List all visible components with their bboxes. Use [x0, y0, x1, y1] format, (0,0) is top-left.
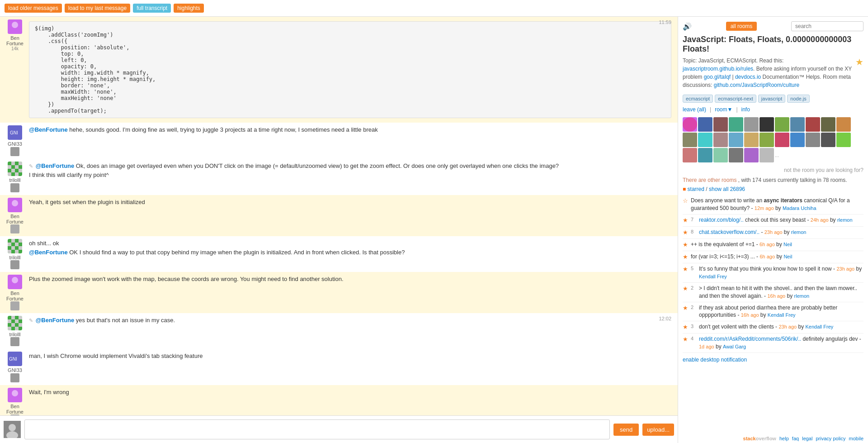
privacy-link[interactable]: privacy policy [816, 436, 846, 441]
edit-icon[interactable]: ✎ [29, 318, 33, 323]
load-older-button[interactable]: load older messages [5, 4, 62, 13]
user-thumb[interactable] [821, 117, 835, 132]
avatar-col: GNI GNI33 [4, 351, 26, 383]
svg-rect-134 [775, 117, 789, 132]
starred-separator: / [706, 186, 709, 192]
speaker-icon[interactable]: 🔊 [683, 22, 692, 31]
tag-javascript[interactable]: javascript [758, 95, 785, 103]
user-thumb[interactable] [775, 117, 789, 132]
leave-link[interactable]: leave (all) [683, 106, 706, 113]
star-icon: ★ [683, 216, 688, 224]
culture-link[interactable]: github.com/JavaScriptRoom/culture [714, 82, 799, 88]
svg-rect-4 [10, 147, 19, 156]
user-thumb[interactable] [790, 133, 805, 147]
user-thumb[interactable] [744, 133, 759, 147]
legal-link[interactable]: legal [802, 436, 812, 441]
starred-link-text[interactable]: chat.stackoverflow.com/.. [699, 229, 760, 235]
starred-message-text: ++ is the equivalent of +=1 - 6h ago by … [691, 241, 863, 248]
info-link[interactable]: info [741, 106, 750, 113]
message-input[interactable] [24, 419, 610, 439]
username-label: Ben Fortune [4, 291, 26, 301]
user-thumb[interactable] [836, 117, 851, 132]
favorite-star-icon[interactable]: ★ [855, 57, 863, 67]
svg-rect-67 [10, 414, 19, 415]
mobile-link[interactable]: mobile [849, 436, 863, 441]
more-users-label: ... [775, 152, 779, 158]
svg-rect-24 [10, 224, 19, 233]
send-button[interactable]: send [613, 424, 639, 436]
starred-link[interactable]: starred [688, 186, 704, 192]
starred-by-link[interactable]: Neil [783, 242, 792, 247]
tag-ecmascript[interactable]: ecmascript [683, 95, 713, 103]
edit-icon[interactable]: ✎ [29, 163, 33, 169]
message-content: Yeah, it gets set when the plugin is ini… [26, 197, 674, 234]
svg-rect-9 [8, 165, 11, 169]
user-thumb[interactable] [729, 117, 743, 132]
user-thumb[interactable] [744, 117, 759, 132]
room-link[interactable]: room▼ [715, 106, 732, 113]
avatar [8, 388, 22, 402]
user-thumb[interactable] [713, 148, 728, 162]
starred-by-link[interactable]: Awal Garg [723, 344, 746, 349]
starred-item: ★ 5 It's so funny that you think you kno… [683, 263, 863, 283]
faq-link[interactable]: faq [792, 436, 799, 441]
user-thumb[interactable] [729, 133, 743, 147]
tag-ecmascript-next[interactable]: ecmascript-next [715, 95, 756, 103]
user-thumb[interactable] [729, 148, 743, 162]
svg-rect-25 [8, 239, 11, 243]
avatar [8, 19, 22, 34]
user-thumb[interactable] [698, 148, 712, 162]
starred-by-link[interactable]: Kendall Frey [768, 312, 796, 318]
user-thumb[interactable] [821, 133, 835, 147]
svg-point-43 [12, 277, 18, 283]
user-thumb[interactable] [683, 133, 697, 147]
starred-by-link[interactable]: rlemon [791, 229, 807, 235]
message-content: 12:02 ✎ @BenFortune yes but that's not a… [26, 315, 674, 347]
message-text: Plus the zoomed image won't work with th… [29, 276, 344, 282]
svg-rect-54 [11, 323, 15, 327]
svg-rect-133 [760, 117, 774, 132]
user-thumb[interactable] [713, 117, 728, 132]
user-thumb[interactable] [683, 117, 697, 132]
starred-by-link[interactable]: rlemon [837, 217, 853, 223]
starred-by-link[interactable]: rlemon [794, 293, 810, 299]
starred-by-link[interactable]: Kendall Frey [699, 274, 727, 279]
user-thumb[interactable] [698, 133, 712, 147]
avatar-col: Ben Fortune [4, 274, 26, 311]
user-thumb[interactable] [775, 133, 789, 147]
highlights-button[interactable]: highlights [174, 4, 204, 13]
load-last-button[interactable]: load to my last message [65, 4, 130, 13]
star-count: 2 [691, 304, 696, 311]
starred-by-link[interactable]: Neil [783, 254, 792, 259]
tag-nodejs[interactable]: node.js [787, 95, 809, 103]
starred-by-link[interactable]: Kendall Frey [806, 324, 834, 329]
user-thumb[interactable] [760, 148, 774, 162]
all-rooms-button[interactable]: all rooms [726, 22, 757, 31]
starred-by-link[interactable]: Madara Uchiha [783, 205, 816, 211]
user-thumb[interactable] [683, 148, 697, 162]
user-thumb[interactable] [836, 133, 851, 147]
user-thumb[interactable] [698, 117, 712, 132]
help-link[interactable]: help [779, 436, 789, 441]
show-all-link[interactable]: show all 26896 [709, 186, 745, 192]
full-transcript-button[interactable]: full transcript [133, 4, 171, 13]
search-input[interactable] [791, 21, 863, 31]
xy-link[interactable]: goo.gl/taIqf [704, 74, 731, 80]
user-thumb[interactable] [760, 133, 774, 147]
user-thumb[interactable] [806, 117, 820, 132]
user-thumb[interactable] [806, 133, 820, 147]
user-thumb[interactable] [713, 133, 728, 147]
svg-rect-44 [10, 301, 19, 310]
starred-link-text[interactable]: reaktor.com/blog/.. [699, 217, 744, 223]
rules-link[interactable]: javascriptroom.github.io/rules [683, 66, 753, 72]
upload-button[interactable]: upload... [642, 424, 674, 436]
user-thumb[interactable] [760, 117, 774, 132]
enable-notification-link[interactable]: enable desktop notification [683, 357, 863, 363]
message-group: Ben Fortune Plus the zoomed image won't … [0, 272, 678, 313]
devdocs-link[interactable]: devdocs.io [735, 74, 761, 80]
user-thumb[interactable] [744, 148, 759, 162]
user-thumb[interactable] [790, 117, 805, 132]
starred-link-text[interactable]: reddit.com/r/AskReddit/comments/506rik/.… [699, 336, 801, 342]
svg-rect-15 [15, 169, 19, 172]
svg-point-66 [12, 390, 18, 396]
